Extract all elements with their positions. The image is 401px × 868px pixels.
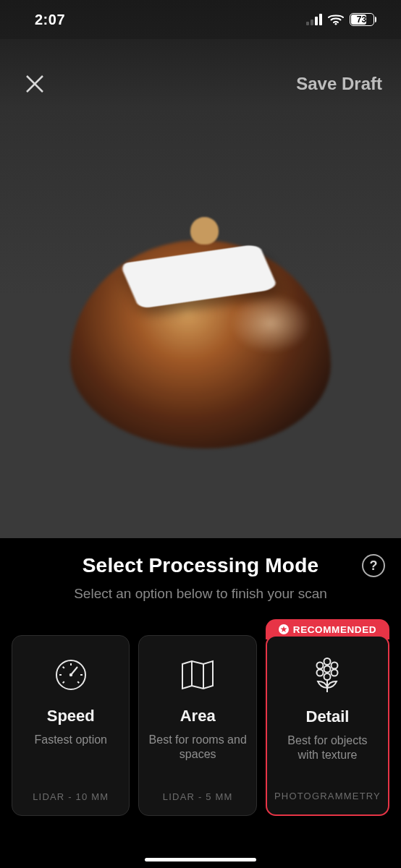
star-icon	[279, 624, 289, 634]
svg-line-11	[62, 681, 64, 683]
close-icon	[25, 74, 45, 94]
svg-point-0	[334, 23, 337, 25]
mode-cards: Speed Fastest option LIDAR - 10 MM Area …	[12, 635, 389, 816]
svg-point-16	[324, 658, 331, 665]
svg-marker-14	[280, 626, 287, 633]
mode-name: Area	[180, 707, 216, 726]
svg-point-17	[317, 663, 324, 669]
close-button[interactable]	[20, 69, 49, 98]
mode-card-speed-wrap: Speed Fastest option LIDAR - 10 MM	[12, 635, 130, 816]
svg-point-19	[317, 670, 324, 676]
svg-point-5	[69, 673, 72, 676]
svg-point-20	[332, 670, 338, 676]
flower-icon	[311, 655, 344, 696]
help-button[interactable]: ?	[362, 554, 385, 577]
mode-name: Detail	[306, 707, 350, 726]
map-icon	[180, 655, 216, 695]
save-draft-button[interactable]: Save Draft	[296, 74, 382, 94]
mode-meta: PHOTOGRAMMETRY	[274, 779, 381, 801]
wifi-icon	[328, 14, 344, 25]
cellular-signal-icon	[306, 14, 322, 25]
svg-point-15	[324, 666, 331, 673]
speed-gauge-icon	[54, 655, 88, 695]
status-time: 2:07	[35, 12, 65, 28]
top-bar: Save Draft	[0, 69, 401, 98]
status-indicators: 73	[306, 13, 377, 26]
svg-point-18	[332, 663, 338, 669]
svg-point-21	[324, 673, 331, 680]
mode-card-speed[interactable]: Speed Fastest option LIDAR - 10 MM	[12, 635, 130, 816]
mode-card-area-wrap: Area Best for rooms and spaces LIDAR - 5…	[138, 635, 256, 816]
scan-preview-image[interactable]	[70, 217, 331, 448]
status-bar: 2:07 73	[0, 0, 401, 39]
mode-meta: LIDAR - 5 MM	[163, 780, 233, 802]
processing-mode-sheet: Select Processing Mode ? Select an optio…	[0, 538, 401, 868]
mode-description: Fastest option	[33, 733, 109, 763]
sheet-subtitle: Select an option below to finish your sc…	[12, 586, 389, 602]
svg-line-9	[62, 667, 64, 668]
mode-meta: LIDAR - 10 MM	[33, 780, 109, 802]
mode-description: Best for rooms and spaces	[146, 733, 248, 763]
mode-card-detail-wrap: RECOMMENDED	[266, 619, 389, 816]
svg-line-10	[77, 681, 79, 683]
recommended-label: RECOMMENDED	[293, 624, 376, 635]
mode-card-detail[interactable]: Detail Best for objects with texture PHO…	[266, 635, 389, 816]
home-indicator[interactable]	[145, 858, 256, 861]
help-icon: ?	[370, 558, 378, 574]
scan-preview-area[interactable]: 2:07 73	[0, 0, 401, 538]
mode-card-area[interactable]: Area Best for rooms and spaces LIDAR - 5…	[138, 635, 256, 816]
mode-description: Best for objects with texture	[274, 733, 381, 764]
battery-percent: 73	[350, 15, 373, 24]
mode-name: Speed	[47, 707, 95, 726]
sheet-title: Select Processing Mode	[12, 554, 389, 577]
sheet-header: Select Processing Mode ?	[12, 554, 389, 577]
battery-indicator: 73	[350, 13, 377, 26]
